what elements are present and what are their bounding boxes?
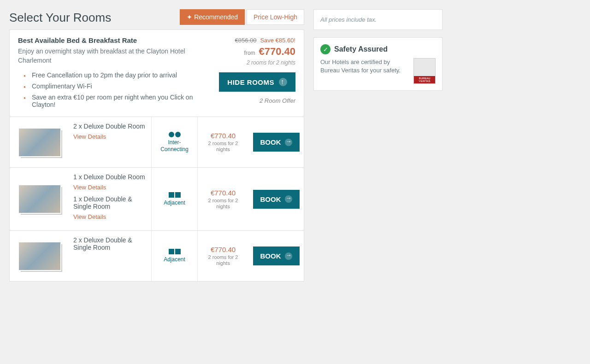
tax-note: All prices include tax. xyxy=(320,16,436,23)
room-name: 1 x Deluxe Double Room xyxy=(73,173,148,181)
connection-label: Adjacent xyxy=(164,200,185,206)
room-thumbnail xyxy=(10,117,70,167)
room-thumbnail xyxy=(10,231,70,281)
safety-box: ✓ Safety Assured Our Hotels are certifie… xyxy=(313,37,442,91)
room-name: 2 x Deluxe Double Room xyxy=(73,123,148,130)
rate-description: Enjoy an overnight stay with breakfast a… xyxy=(18,47,210,65)
connection-label: Adjacent xyxy=(164,256,185,263)
tab-recommended[interactable]: ✦Recommended xyxy=(180,9,245,25)
rate-features: Free Cancellation up to 2pm the day prio… xyxy=(18,70,210,110)
adjacent-icon xyxy=(169,249,181,254)
room-row: 2 x Deluxe Double Room View Details Inte… xyxy=(9,117,304,168)
rooms-nights-note: 2 rooms for 2 nights xyxy=(247,59,295,66)
original-price: €856.00 xyxy=(235,37,256,44)
arrow-right-icon xyxy=(285,139,292,146)
room-name: 1 x Deluxe Double & Single Room xyxy=(73,195,148,210)
save-amount: Save €85.60! xyxy=(260,37,295,44)
check-circle-icon: ✓ xyxy=(320,44,330,54)
sparkle-icon: ✦ xyxy=(187,13,192,21)
rate-price: €770.40 xyxy=(259,46,295,57)
page-title: Select Your Rooms xyxy=(9,11,111,25)
arrow-right-icon xyxy=(285,252,292,260)
safety-title: Safety Assured xyxy=(334,45,388,53)
hide-rooms-button[interactable]: HIDE ROOMS xyxy=(219,72,295,92)
book-label: BOOK xyxy=(260,138,281,146)
room-row: 2 x Deluxe Double & Single Room Adjacent… xyxy=(9,231,304,282)
arrow-right-icon xyxy=(285,195,292,203)
tab-price-low-high[interactable]: Price Low-High xyxy=(247,9,304,25)
room-name: 2 x Deluxe Double & Single Room xyxy=(73,236,148,251)
room-price-note: 2 rooms for 2 nights xyxy=(201,254,245,266)
book-button[interactable]: BOOK xyxy=(253,247,300,265)
hide-rooms-label: HIDE ROOMS xyxy=(227,78,274,86)
arrow-up-icon xyxy=(279,78,287,86)
room-thumbnail xyxy=(10,168,70,230)
safety-text: Our Hotels are certified by Bureau Verit… xyxy=(320,58,409,84)
view-details-link[interactable]: View Details xyxy=(73,184,106,191)
connection-label: Inter-Connecting xyxy=(155,139,194,153)
room-price: €770.40 xyxy=(211,246,236,253)
sort-tabs: ✦Recommended Price Low-High xyxy=(180,9,304,25)
rate-title: Best Available Bed & Breakfast Rate xyxy=(18,36,210,44)
tab-recommended-label: Recommended xyxy=(194,13,238,21)
room-price-note: 2 rooms for 2 nights xyxy=(201,198,245,210)
offer-label: 2 Room Offer xyxy=(260,97,295,104)
book-button[interactable]: BOOK xyxy=(253,190,300,209)
room-price-note: 2 rooms for 2 nights xyxy=(201,141,245,153)
view-details-link[interactable]: View Details xyxy=(73,213,106,220)
rate-card: Best Available Bed & Breakfast Rate Enjo… xyxy=(9,29,304,117)
room-price: €770.40 xyxy=(211,189,236,197)
room-price: €770.40 xyxy=(211,132,236,140)
book-label: BOOK xyxy=(260,252,281,260)
view-details-link[interactable]: View Details xyxy=(73,133,106,140)
book-button[interactable]: BOOK xyxy=(253,133,300,152)
rate-feature: Free Cancellation up to 2pm the day prio… xyxy=(32,70,210,81)
tax-note-box: All prices include tax. xyxy=(313,9,442,30)
adjacent-icon xyxy=(169,192,181,198)
rate-feature: Complimentary Wi-Fi xyxy=(32,81,210,92)
room-row: 1 x Deluxe Double Room View Details 1 x … xyxy=(9,168,304,231)
book-label: BOOK xyxy=(260,195,281,203)
interconnecting-icon xyxy=(169,132,181,137)
rate-feature: Save an extra €10 per room per night whe… xyxy=(32,92,210,110)
from-label: from xyxy=(244,50,255,56)
bureau-veritas-logo xyxy=(413,58,436,84)
